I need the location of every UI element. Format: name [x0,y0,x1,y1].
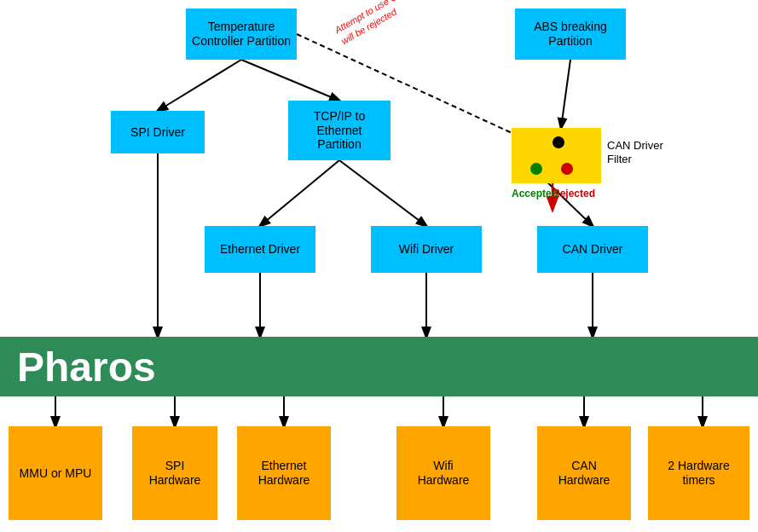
svg-line-1 [241,60,339,101]
tcpip-box: TCP/IP to Ethernet Partition [288,101,391,160]
spi-driver-box: SPI Driver [111,111,205,153]
accepted-dot [530,163,542,175]
spi-hw-box: SPI Hardware [132,426,217,520]
rejected-dot [561,163,573,175]
pharos-band: Pharos [0,337,758,396]
svg-line-0 [158,60,241,111]
hw-timers-box: 2 Hardware timers [648,426,749,520]
diagram: Temperature Controller Partition ABS bre… [0,0,758,532]
svg-line-5 [544,179,593,226]
can-driver-box: CAN Driver [537,226,648,273]
mmu-mpu-box: MMU or MPU [9,426,102,520]
svg-line-3 [339,160,426,226]
incoming-dot [553,136,564,148]
accepted-label: Accepted [512,188,558,200]
ethernet-hw-box: Ethernet Hardware [237,426,331,520]
rejected-label: Rejected [553,188,595,200]
svg-line-2 [260,160,339,226]
can-hw-box: CAN Hardware [537,426,631,520]
wifi-hw-box: Wifi Hardware [396,426,490,520]
ethernet-driver-box: Ethernet Driver [205,226,315,273]
pharos-label: Pharos [17,344,156,390]
wifi-driver-box: Wifi Driver [371,226,482,273]
temp-controller-box: Temperature Controller Partition [186,9,297,60]
abs-breaking-box: ABS breaking Partition [515,9,626,60]
svg-line-4 [561,60,570,128]
can-filter-label: CAN Driver Filter [607,139,663,165]
annotation-text: Attempt to use CAN driverwill be rejecte… [333,0,440,49]
can-filter-box [512,128,601,183]
